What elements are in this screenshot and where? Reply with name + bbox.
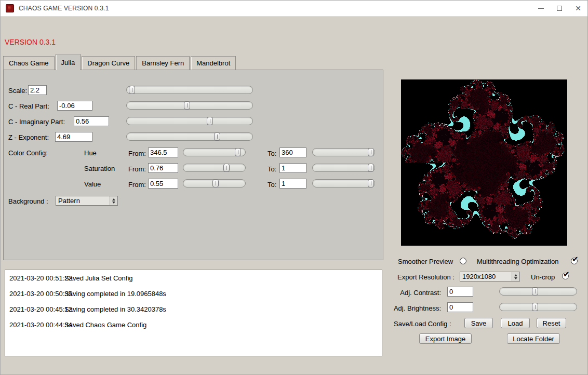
value-from-label: From: — [128, 181, 146, 189]
export-resolution-label: Export Resolution : — [397, 273, 455, 281]
log-message: Saved Chaos Game Config — [64, 321, 146, 329]
value-from-field[interactable] — [148, 179, 178, 189]
tab-dragon-curve[interactable]: Dragon Curve — [82, 56, 135, 70]
tab-bar: Chaos Game Julia Dragon Curve Barnsley F… — [3, 53, 237, 70]
saturation-to-slider[interactable] — [312, 164, 375, 172]
slider-thumb[interactable] — [235, 148, 241, 156]
value-to-slider[interactable] — [312, 179, 375, 188]
locate-folder-button[interactable]: Locate Folder — [507, 333, 560, 344]
slider-thumb[interactable] — [368, 148, 374, 156]
scale-label: Scale: — [8, 87, 27, 95]
background-select[interactable]: Pattern — [56, 196, 118, 206]
saturation-to-label: To: — [268, 165, 276, 173]
maximize-button[interactable] — [550, 1, 569, 16]
background-label: Background : — [8, 197, 48, 205]
export-resolution-value: 1920x1080 — [462, 273, 496, 280]
app-window: CHAOS GAME VERSION 0.3.1 ✕ VERSION 0.3.1… — [0, 0, 588, 375]
hue-from-slider[interactable] — [183, 148, 246, 156]
window-title: CHAOS GAME VERSION 0.3.1 — [19, 5, 109, 12]
log-entry: 2021-03-20 00:50:35: Saving completed in… — [5, 286, 382, 301]
saturation-from-slider[interactable] — [183, 164, 246, 172]
load-button[interactable]: Load — [501, 318, 530, 328]
hue-label: Hue — [84, 149, 97, 157]
close-icon: ✕ — [575, 5, 581, 12]
adj-brightness-slider[interactable] — [499, 303, 577, 311]
window-controls: ✕ — [531, 1, 587, 16]
tab-chaos-game[interactable]: Chaos Game — [3, 56, 55, 70]
value-label: Value — [84, 180, 101, 188]
uncrop-checkbox[interactable] — [562, 273, 569, 279]
titlebar[interactable]: CHAOS GAME VERSION 0.3.1 ✕ — [1, 1, 587, 17]
adj-brightness-label: Adj. Brightness: — [385, 304, 441, 312]
adj-contrast-field[interactable] — [447, 287, 473, 297]
log-area[interactable]: 2021-03-20 00:51:22: Saved Julia Set Con… — [5, 270, 382, 356]
scale-field[interactable] — [28, 85, 47, 95]
smoother-preview-checkbox[interactable] — [460, 258, 466, 264]
reset-button[interactable]: Reset — [537, 318, 566, 328]
hue-from-field[interactable] — [148, 148, 178, 157]
adj-contrast-slider[interactable] — [499, 287, 577, 296]
c-real-slider[interactable] — [126, 101, 253, 110]
z-exponent-label: Z - Exponent: — [8, 133, 49, 141]
c-real-field[interactable] — [57, 101, 92, 111]
value-to-field[interactable] — [279, 179, 306, 189]
saturation-from-field[interactable] — [148, 163, 178, 173]
c-imaginary-slider[interactable] — [126, 117, 253, 125]
slider-thumb[interactable] — [223, 164, 230, 172]
tab-mandelbrot[interactable]: Mandelbrot — [191, 56, 236, 70]
log-message: Saved Julia Set Config — [64, 274, 133, 282]
c-imaginary-label: C - Imaginary Part: — [8, 118, 65, 126]
c-imaginary-field[interactable] — [74, 116, 109, 126]
slider-thumb[interactable] — [184, 101, 190, 110]
fractal-preview — [401, 79, 567, 246]
saturation-from-label: From: — [128, 165, 146, 173]
hue-to-slider[interactable] — [312, 148, 375, 156]
version-banner: VERSION 0.3.1 — [5, 38, 56, 46]
adj-contrast-label: Adj. Contrast: — [389, 289, 441, 297]
combo-arrows-icon[interactable] — [512, 272, 519, 281]
slider-thumb[interactable] — [532, 287, 538, 296]
z-exponent-slider[interactable] — [126, 132, 253, 141]
uncrop-label: Un-crop — [531, 273, 555, 281]
background-selected-value: Pattern — [58, 197, 80, 205]
save-button[interactable]: Save — [464, 318, 493, 328]
tab-barnsley-fern[interactable]: Barnsley Fern — [136, 56, 190, 70]
multithreading-label: Multithreading Optimization — [477, 258, 559, 265]
hue-from-label: From: — [128, 150, 146, 157]
scale-slider[interactable] — [126, 86, 253, 94]
log-entry: 2021-03-20 00:51:22: Saved Julia Set Con… — [5, 270, 382, 286]
save-load-config-label: Save/Load Config : — [394, 320, 451, 328]
minimize-button[interactable] — [531, 1, 550, 16]
close-button[interactable]: ✕ — [569, 1, 587, 16]
export-resolution-select[interactable]: 1920x1080 — [460, 272, 520, 282]
log-entry: 2021-03-20 00:45:12: Saving completed in… — [5, 301, 382, 317]
slider-thumb[interactable] — [214, 132, 220, 141]
log-message: Saving completed in 19.0965848s — [64, 290, 166, 298]
slider-thumb[interactable] — [129, 86, 135, 94]
slider-thumb[interactable] — [212, 179, 219, 188]
app-icon — [6, 4, 14, 12]
hue-to-field[interactable] — [279, 148, 306, 157]
julia-settings-panel: Scale: C - Real Part: C - Imaginary Part… — [3, 70, 383, 260]
hue-to-label: To: — [268, 150, 276, 157]
combo-arrows-icon[interactable] — [110, 196, 117, 205]
value-from-slider[interactable] — [183, 179, 246, 188]
slider-thumb[interactable] — [532, 303, 538, 311]
smoother-preview-label: Smoother Preview — [398, 258, 453, 265]
adj-brightness-field[interactable] — [447, 302, 473, 312]
color-config-label: Color Config: — [8, 149, 48, 157]
z-exponent-field[interactable] — [55, 132, 92, 142]
slider-thumb[interactable] — [368, 164, 374, 172]
slider-thumb[interactable] — [368, 179, 374, 188]
log-entry: 2021-03-20 00:44:34: Saved Chaos Game Co… — [5, 317, 382, 332]
slider-thumb[interactable] — [207, 117, 213, 125]
maximize-icon — [557, 6, 562, 11]
minimize-icon — [538, 8, 544, 9]
tab-julia[interactable]: Julia — [56, 54, 81, 70]
log-message: Saving completed in 30.3420378s — [64, 305, 166, 313]
c-real-label: C - Real Part: — [8, 102, 49, 110]
saturation-to-field[interactable] — [279, 163, 306, 173]
export-image-button[interactable]: Export Image — [419, 333, 472, 344]
value-to-label: To: — [268, 181, 276, 189]
multithreading-checkbox[interactable] — [571, 258, 578, 264]
